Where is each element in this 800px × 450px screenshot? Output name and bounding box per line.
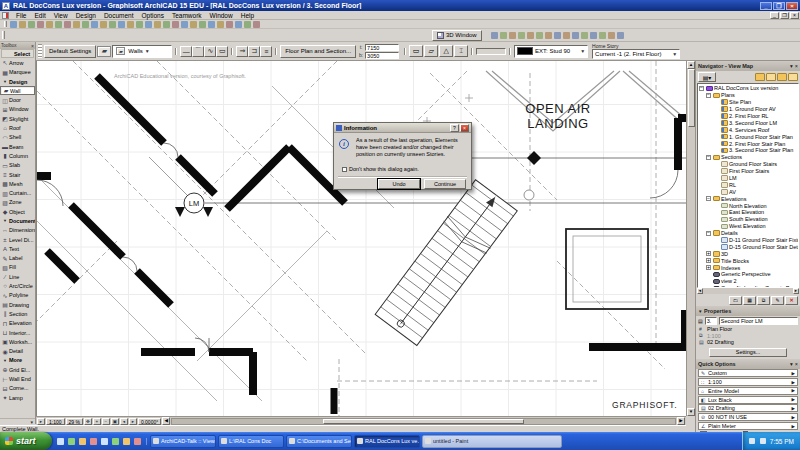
tree-expander[interactable]	[714, 127, 719, 132]
browser-icon[interactable]	[68, 438, 75, 445]
toolbox-item[interactable]: ⊟ Corne...	[0, 384, 35, 393]
arrow-icon[interactable]	[118, 21, 125, 28]
tree-item[interactable]: Elevations	[698, 195, 798, 202]
horizontal-scrollbar[interactable]	[171, 418, 676, 425]
tree-item[interactable]: Generic Perspective	[698, 271, 798, 278]
split-icon[interactable]	[136, 21, 143, 28]
infobox-handle[interactable]	[38, 44, 42, 58]
tree-expander[interactable]	[714, 162, 719, 167]
geometry-method-button[interactable]: —	[180, 46, 192, 57]
measure-icon[interactable]	[235, 21, 242, 28]
tree-expander[interactable]	[714, 120, 719, 125]
word-icon[interactable]	[112, 438, 119, 445]
toolbar-handle[interactable]	[4, 21, 7, 27]
close-icon[interactable]: ×	[795, 361, 798, 367]
toolbox-item[interactable]: ∕ Line	[0, 272, 35, 281]
wall-shape-button[interactable]: △	[439, 45, 453, 57]
tree-item[interactable]: East Elevation	[698, 209, 798, 216]
markup-icon[interactable]	[145, 21, 152, 28]
grid-icon[interactable]	[154, 21, 161, 28]
toolbox-item[interactable]: ◩ Skylight	[0, 114, 35, 123]
toolbox-item[interactable]: ✦ Lamp	[0, 393, 35, 402]
tree-item[interactable]: RAL DocCons Lux version	[698, 85, 798, 92]
toolbox-item[interactable]: ↔ Dimension	[0, 226, 35, 235]
tree-item[interactable]: 2. First Floor RL	[698, 113, 798, 120]
tree-item[interactable]: 3. Second Floor LM	[698, 119, 798, 126]
tree-item[interactable]: D-11 Ground Floor Stair Fixing	[698, 237, 798, 244]
close3d-icon[interactable]	[617, 32, 624, 39]
shadow-icon[interactable]	[563, 32, 570, 39]
link-icon[interactable]	[608, 32, 615, 39]
toolbox-item[interactable]: ◫ Door	[0, 95, 35, 104]
view-id-field[interactable]: 3.	[705, 317, 717, 325]
tree-item[interactable]: RL	[698, 181, 798, 188]
toolbox-item[interactable]: ▦ Marquee	[0, 68, 35, 77]
toolbox-item[interactable]: ▭ Slab	[0, 161, 35, 170]
cut-icon[interactable]	[46, 21, 53, 28]
rotation-indicator[interactable]: 0.0000°	[138, 418, 161, 425]
excel-icon[interactable]	[123, 438, 130, 445]
delete-button[interactable]: ✕	[785, 296, 798, 305]
tree-item[interactable]: 1. Ground Floor Stair Plan	[698, 133, 798, 140]
zoom-out-icon[interactable]: −	[102, 418, 110, 425]
toolbox-item[interactable]: ✎ Label	[0, 254, 35, 263]
tree-expander[interactable]	[706, 279, 711, 284]
default-settings-button[interactable]: Default Settings	[44, 45, 96, 58]
zoom-level[interactable]: 29 %	[66, 418, 83, 425]
orbit-icon[interactable]	[527, 32, 534, 39]
view-map-icon[interactable]	[766, 73, 776, 81]
tree-item[interactable]: Plans	[698, 92, 798, 99]
slant-angle-input[interactable]	[476, 48, 506, 55]
open-icon[interactable]	[19, 21, 26, 28]
camera-icon[interactable]	[244, 21, 251, 28]
tree-item[interactable]: Details	[698, 230, 798, 237]
zoom-in-icon[interactable]	[536, 32, 543, 39]
volume-icon[interactable]	[749, 438, 755, 444]
tree-item[interactable]: North Elevation	[698, 202, 798, 209]
tree-expander[interactable]	[714, 203, 719, 208]
tree-item[interactable]: Open Air Landing Generic Perspe	[698, 285, 798, 288]
taskbar-task-button[interactable]: L:\RAL Cons Doc	[218, 435, 284, 448]
pin3d-icon[interactable]	[500, 32, 507, 39]
quick-option-row[interactable]: ✎ Custom ▶	[698, 369, 798, 377]
layout-icon[interactable]	[590, 32, 597, 39]
box3d-icon[interactable]	[199, 21, 206, 28]
toolbox-item[interactable]: ▰ Wall	[0, 86, 35, 95]
new-folder-button[interactable]: 🗀	[729, 296, 742, 305]
wall-shape-button[interactable]: ▭	[409, 45, 423, 57]
toolbox-item[interactable]: ▩ Mesh	[0, 179, 35, 188]
dialog-title-bar[interactable]: Information ? ×	[334, 123, 471, 133]
view-name-field[interactable]: Second Floor LM	[719, 317, 798, 325]
menu-item[interactable]: File	[12, 12, 30, 19]
toolbox-item[interactable]: ⌂ Roof	[0, 123, 35, 132]
anchor-icon[interactable]	[190, 21, 197, 28]
tree-expander[interactable]	[714, 134, 719, 139]
menu-item[interactable]: Help	[237, 12, 258, 19]
project-chooser-button[interactable]: ▤▾	[698, 72, 716, 82]
fly-icon[interactable]	[509, 32, 516, 39]
tree-item[interactable]: D-15 Ground Floor Stair Detail	[698, 243, 798, 250]
toolbox-item[interactable]: ∥ Section	[0, 309, 35, 318]
zoom-out-icon[interactable]	[545, 32, 552, 39]
3d-window-button[interactable]: 3D Window	[432, 30, 482, 41]
wall-shape-button[interactable]: ▱	[424, 45, 438, 57]
tree-expander[interactable]	[714, 217, 719, 222]
media-player-icon[interactable]	[90, 438, 97, 445]
start-button[interactable]: start	[0, 432, 52, 450]
tree-expander[interactable]	[714, 182, 719, 187]
taskbar-task-button[interactable]: RAL DocCons Lux ve...	[354, 435, 420, 448]
minimize-button[interactable]: _	[760, 2, 772, 10]
previous-view-icon[interactable]: ◂	[120, 418, 128, 425]
menu-item[interactable]: Options	[138, 12, 168, 19]
restore-button[interactable]: ❐	[773, 2, 785, 10]
tree-expander[interactable]	[714, 189, 719, 194]
top-elevation-input[interactable]: 7150	[365, 44, 399, 51]
redo-icon[interactable]	[82, 21, 89, 28]
menu-item[interactable]: Teamwork	[168, 12, 206, 19]
undo-icon[interactable]	[73, 21, 80, 28]
tree-item[interactable]: West Elevation	[698, 223, 798, 230]
tree-item[interactable]: First Floor Stairs	[698, 168, 798, 175]
tree-expander[interactable]	[714, 169, 719, 174]
wall-shape-button[interactable]: ⌶	[454, 45, 468, 57]
toolbox-item[interactable]: ▼ More	[0, 356, 35, 365]
